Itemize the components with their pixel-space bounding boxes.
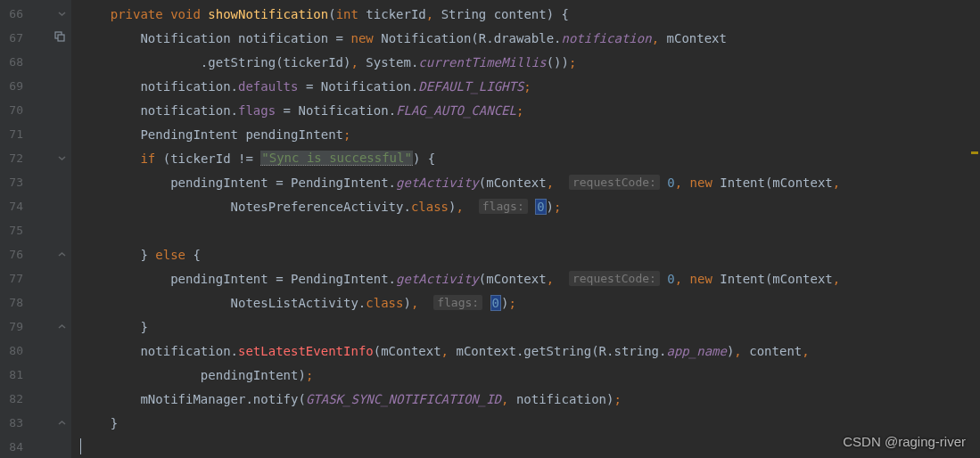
line-number: 80 (0, 344, 27, 357)
line-number: 84 (0, 440, 27, 454)
code-line-76: } else { (71, 242, 980, 266)
line-number: 74 (0, 200, 27, 213)
line-number: 71 (0, 127, 27, 141)
line-number: 79 (0, 320, 27, 333)
parameter-hint: requestCode: (569, 271, 660, 286)
fold-marker-icon[interactable] (57, 154, 66, 163)
code-line-82: mNotifiManager.notify(GTASK_SYNC_NOTIFIC… (71, 387, 980, 411)
code-line-75 (71, 218, 980, 242)
string-literal-warning: "Sync is successful" (260, 151, 413, 166)
line-number: 77 (0, 272, 27, 285)
code-line-66: private void showNotification(int ticker… (71, 2, 980, 26)
code-line-69: notification.defaults = Notification.DEF… (71, 74, 980, 98)
line-number: 83 (0, 416, 27, 429)
line-number: 75 (0, 224, 27, 237)
line-number: 66 (0, 7, 27, 20)
line-number: 81 (0, 368, 27, 381)
code-line-74: NotesPreferenceActivity.class), flags: 0… (71, 194, 980, 218)
copy-icon[interactable] (54, 30, 66, 45)
gutter: 66 67 68 69 70 71 72 73 74 75 76 77 78 7… (0, 0, 71, 458)
line-number: 76 (0, 248, 27, 261)
svg-rect-1 (58, 35, 64, 41)
code-line-73: pendingIntent = PendingIntent.getActivit… (71, 170, 980, 194)
parameter-hint: flags: (433, 295, 482, 310)
text-cursor (80, 438, 81, 454)
line-number: 78 (0, 296, 27, 309)
line-number: 70 (0, 103, 27, 117)
code-line-83: } (71, 411, 980, 435)
fold-marker-icon[interactable] (57, 10, 66, 19)
code-line-80: notification.setLatestEventInfo(mContext… (71, 339, 980, 363)
code-line-67: Notification notification = new Notifica… (71, 26, 980, 50)
line-number: 67 (0, 31, 27, 45)
parameter-hint: requestCode: (569, 175, 660, 190)
scrollbar[interactable] (969, 0, 980, 458)
code-line-78: NotesListActivity.class), flags: 0); (71, 290, 980, 315)
line-number: 69 (0, 79, 27, 93)
line-number: 82 (0, 392, 27, 405)
scrollbar-warning-marker[interactable] (971, 151, 978, 154)
fold-close-icon[interactable] (57, 323, 66, 331)
parameter-hint: flags: (479, 199, 528, 214)
line-number: 72 (0, 151, 27, 165)
fold-close-icon[interactable] (57, 250, 66, 259)
watermark-text: CSDN @raging-river (843, 434, 966, 449)
code-line-77: pendingIntent = PendingIntent.getActivit… (71, 266, 980, 290)
fold-close-icon[interactable] (57, 419, 66, 428)
code-line-81: pendingIntent); (71, 363, 980, 387)
code-line-70: notification.flags = Notification.FLAG_A… (71, 98, 980, 122)
code-editor: 66 67 68 69 70 71 72 73 74 75 76 77 78 7… (0, 0, 980, 458)
code-line-79: } (71, 315, 980, 339)
code-content[interactable]: private void showNotification(int ticker… (71, 0, 980, 458)
code-line-71: PendingIntent pendingIntent; (71, 122, 980, 146)
line-number: 68 (0, 55, 27, 69)
code-line-68: .getString(tickerId), System.currentTime… (71, 50, 980, 74)
line-number: 73 (0, 176, 27, 189)
code-line-72: if (tickerId != "Sync is successful") { (71, 146, 980, 170)
